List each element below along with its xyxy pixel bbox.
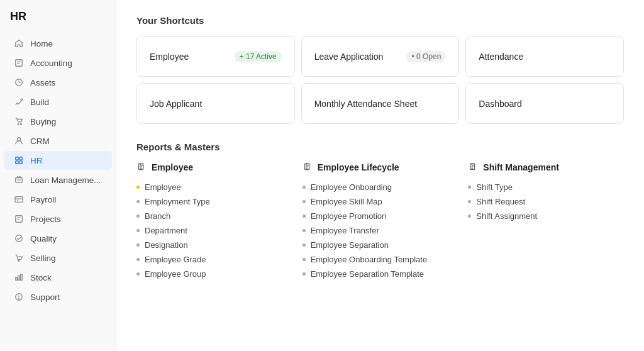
sidebar-item-accounting[interactable]: Accounting — [4, 53, 112, 72]
sidebar-item-home[interactable]: Home — [4, 34, 112, 53]
shortcut-label: Attendance — [479, 52, 523, 62]
report-list-item[interactable]: Employee Grade — [136, 252, 292, 267]
report-list: Shift TypeShift RequestShift Assignment — [468, 180, 624, 223]
sidebar-item-label: Stock — [30, 273, 52, 282]
shortcut-card-dashboard[interactable]: Dashboard — [465, 83, 624, 124]
sidebar-item-support[interactable]: Support — [4, 287, 112, 306]
report-group-employee-lifecycle-group: Employee Lifecycle Employee OnboardingEm… — [303, 162, 458, 281]
svg-rect-13 — [19, 161, 22, 164]
sidebar-item-label: Accounting — [30, 58, 72, 68]
report-group-shift-management-group: Shift Management Shift TypeShift Request… — [468, 162, 624, 281]
sidebar-item-label: Assets — [30, 78, 56, 87]
shortcut-card-attendance[interactable]: Attendance — [465, 36, 624, 77]
sidebar-item-quality[interactable]: Quality — [4, 229, 112, 248]
sidebar-item-label: Projects — [30, 214, 61, 224]
document-icon — [468, 162, 478, 172]
sidebar-item-payroll[interactable]: Payroll — [4, 190, 112, 209]
sidebar-item-label: Build — [30, 98, 49, 107]
report-group-title: Employee — [152, 162, 193, 172]
shortcut-label: Employee — [150, 52, 189, 62]
svg-point-28 — [19, 299, 19, 299]
sidebar-item-assets[interactable]: Assets — [4, 73, 112, 92]
sidebar-item-label: HR — [30, 156, 43, 165]
shortcuts-grid: Employee + 17 Active Leave Application •… — [136, 36, 624, 124]
svg-rect-12 — [16, 161, 18, 164]
sidebar-item-label: Payroll — [30, 195, 56, 204]
svg-rect-25 — [18, 276, 20, 280]
shortcut-badge: • 0 Open — [406, 51, 446, 62]
sidebar-item-label: Buying — [30, 117, 56, 126]
shortcut-badge: + 17 Active — [235, 51, 282, 62]
shortcut-card-monthly-attendance[interactable]: Monthly Attendance Sheet — [301, 83, 460, 124]
report-list-item[interactable]: Employee Transfer — [303, 223, 458, 238]
sidebar-item-loan[interactable]: Loan Manageme... — [4, 170, 112, 189]
report-list-item[interactable]: Employee Onboarding — [303, 180, 458, 194]
report-list-item[interactable]: Employee Onboarding Template — [303, 252, 458, 267]
report-list-item[interactable]: Department — [136, 223, 292, 238]
payroll-icon — [14, 194, 24, 204]
quality-icon — [14, 233, 24, 243]
shortcut-card-job-applicant[interactable]: Job Applicant — [136, 83, 295, 124]
app-title: HR — [0, 10, 116, 33]
svg-rect-0 — [16, 60, 23, 67]
report-list-item[interactable]: Employee Promotion — [303, 209, 458, 223]
sidebar-item-selling[interactable]: Selling — [4, 248, 112, 267]
report-list-item[interactable]: Employee Skill Map — [303, 194, 458, 209]
support-icon — [14, 292, 24, 302]
reports-grid: Employee EmployeeEmployment TypeBranchDe… — [136, 162, 624, 281]
shortcut-card-employee[interactable]: Employee + 17 Active — [136, 36, 295, 77]
report-list-item[interactable]: Shift Assignment — [468, 209, 624, 223]
svg-rect-10 — [16, 157, 18, 160]
report-list-item[interactable]: Employee — [136, 180, 292, 194]
crm-icon — [14, 136, 24, 146]
assets-icon — [14, 77, 24, 87]
document-icon — [303, 162, 313, 172]
shortcut-label: Dashboard — [479, 99, 522, 109]
sidebar-item-hr[interactable]: HR — [4, 151, 112, 170]
report-list-item[interactable]: Employee Group — [136, 267, 292, 281]
svg-rect-11 — [19, 157, 22, 160]
report-list: EmployeeEmployment TypeBranchDepartmentD… — [136, 180, 292, 281]
selling-icon — [14, 253, 24, 263]
sidebar-item-label: CRM — [30, 136, 50, 146]
report-list-item[interactable]: Employment Type — [136, 194, 292, 209]
report-group-title: Employee Lifecycle — [318, 162, 399, 172]
stock-icon — [14, 272, 24, 282]
loan-icon — [14, 175, 24, 185]
sidebar-item-projects[interactable]: Projects — [4, 209, 112, 228]
projects-icon — [14, 214, 24, 224]
svg-rect-19 — [16, 216, 23, 223]
buying-icon — [14, 116, 24, 126]
report-list-item[interactable]: Employee Separation — [303, 238, 458, 252]
svg-point-8 — [21, 124, 22, 125]
shortcut-label: Monthly Attendance Sheet — [314, 99, 417, 109]
svg-point-7 — [18, 124, 19, 125]
report-list-item[interactable]: Branch — [136, 209, 292, 223]
sidebar: HR Home Accounting Assets Build Buying C… — [0, 0, 116, 351]
document-icon — [136, 162, 147, 172]
shortcut-label: Leave Application — [314, 52, 384, 62]
report-list-item[interactable]: Shift Type — [468, 180, 624, 194]
report-list-item[interactable]: Employee Separation Template — [303, 267, 458, 281]
home-icon — [14, 38, 24, 48]
reports-section: Reports & Masters Employee EmployeeEmplo… — [136, 142, 624, 281]
main-content: Your Shortcuts Employee + 17 Active Leav… — [116, 0, 644, 351]
svg-rect-26 — [21, 274, 23, 281]
sidebar-item-crm[interactable]: CRM — [4, 131, 112, 150]
shortcut-label: Job Applicant — [150, 99, 202, 109]
svg-point-9 — [17, 138, 20, 141]
sidebar-item-stock[interactable]: Stock — [4, 268, 112, 287]
sidebar-item-label: Selling — [30, 254, 56, 263]
svg-rect-24 — [16, 277, 18, 280]
hr-icon — [14, 155, 24, 165]
sidebar-item-build[interactable]: Build — [4, 92, 112, 111]
svg-point-6 — [21, 99, 23, 101]
shortcut-card-leave-application[interactable]: Leave Application • 0 Open — [301, 36, 460, 77]
sidebar-item-buying[interactable]: Buying — [4, 112, 112, 131]
sidebar-item-label: Quality — [30, 234, 57, 243]
svg-rect-16 — [15, 197, 23, 203]
build-icon — [14, 97, 24, 107]
report-list-item[interactable]: Designation — [136, 238, 292, 252]
report-group-header: Shift Management — [468, 162, 624, 172]
report-list-item[interactable]: Shift Request — [468, 194, 624, 209]
